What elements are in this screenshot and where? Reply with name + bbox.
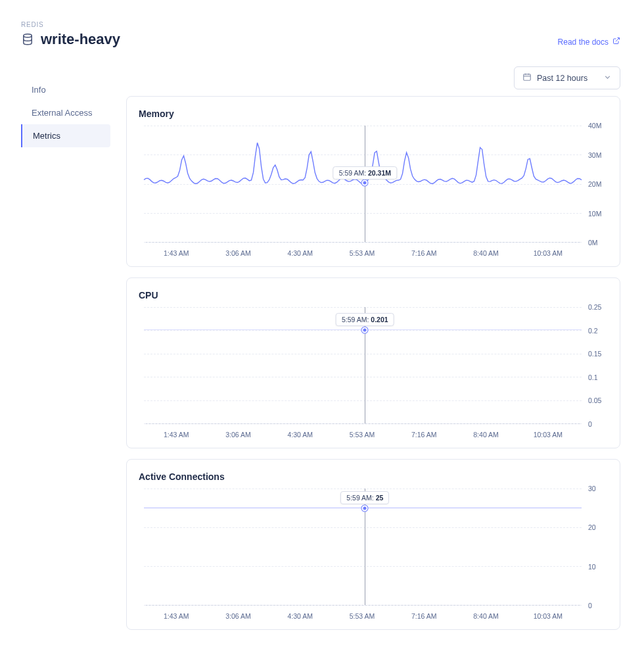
- x-tick-label: 8:40 AM: [455, 249, 517, 257]
- y-tick-label: 0: [588, 602, 592, 610]
- x-tick-label: 1:43 AM: [145, 431, 207, 439]
- y-tick-label: 0.1: [588, 373, 598, 381]
- chart-tooltip: 5:59 AM: 20.31M: [333, 166, 397, 179]
- chart-tooltip: 5:59 AM: 25: [340, 491, 389, 504]
- y-tick-label: 10: [588, 563, 596, 571]
- x-tick-label: 4:30 AM: [269, 431, 331, 439]
- chart-card-connections: Active Connections5:59 AM: 2501020301:43…: [126, 459, 620, 630]
- x-tick-label: 5:53 AM: [331, 249, 393, 257]
- y-tick-label: 0.15: [588, 350, 601, 358]
- x-tick-label: 10:03 AM: [517, 431, 579, 439]
- chart-title: Active Connections: [139, 471, 608, 482]
- x-tick-label: 5:53 AM: [331, 612, 393, 620]
- sidebar-item-external-access[interactable]: External Access: [21, 101, 110, 124]
- chart-title: Memory: [139, 108, 608, 119]
- y-tick-label: 0.2: [588, 327, 598, 335]
- y-tick-label: 0M: [588, 239, 598, 247]
- x-tick-label: 1:43 AM: [145, 249, 207, 257]
- time-range-select[interactable]: Past 12 hours: [514, 66, 620, 89]
- x-tick-label: 7:16 AM: [393, 612, 455, 620]
- x-tick-label: 4:30 AM: [269, 249, 331, 257]
- svg-line-1: [616, 38, 620, 42]
- x-tick-label: 10:03 AM: [517, 249, 579, 257]
- y-tick-label: 40M: [588, 122, 601, 130]
- breadcrumb[interactable]: REDIS: [21, 21, 120, 28]
- chart-marker: [362, 327, 368, 333]
- y-tick-label: 20M: [588, 180, 601, 188]
- svg-rect-2: [524, 74, 531, 80]
- chart-plot-area[interactable]: 5:59 AM: 25: [144, 489, 582, 606]
- page-title: write-heavy: [41, 31, 120, 48]
- svg-point-0: [24, 34, 32, 37]
- sidebar: Info External Access Metrics: [21, 78, 110, 640]
- chart-card-cpu: CPU5:59 AM: 0.20100.050.10.150.20.251:43…: [126, 277, 620, 448]
- chart-title: CPU: [139, 290, 608, 300]
- database-icon: [21, 33, 34, 46]
- x-tick-label: 3:06 AM: [207, 249, 269, 257]
- sidebar-item-info[interactable]: Info: [21, 78, 110, 101]
- x-tick-label: 7:16 AM: [393, 431, 455, 439]
- chart-marker: [362, 180, 368, 186]
- chart-tooltip: 5:59 AM: 0.201: [336, 313, 394, 326]
- y-tick-label: 0.05: [588, 396, 601, 404]
- x-tick-label: 10:03 AM: [517, 612, 579, 620]
- y-tick-label: 30M: [588, 151, 601, 159]
- x-tick-label: 3:06 AM: [207, 612, 269, 620]
- sidebar-item-metrics[interactable]: Metrics: [21, 124, 110, 147]
- x-tick-label: 4:30 AM: [269, 612, 331, 620]
- chart-plot-area[interactable]: 5:59 AM: 0.201: [144, 307, 582, 424]
- y-tick-label: 0.25: [588, 303, 601, 311]
- y-tick-label: 30: [588, 485, 596, 492]
- calendar-icon: [522, 72, 532, 84]
- y-tick-label: 0: [588, 420, 592, 428]
- chart-card-memory: Memory5:59 AM: 20.31M0M10M20M30M40M1:43 …: [126, 96, 620, 267]
- y-tick-label: 20: [588, 523, 596, 531]
- x-tick-label: 8:40 AM: [455, 612, 517, 620]
- x-tick-label: 8:40 AM: [455, 431, 517, 439]
- y-tick-label: 10M: [588, 210, 601, 218]
- x-tick-label: 3:06 AM: [207, 431, 269, 439]
- x-tick-label: 5:53 AM: [331, 431, 393, 439]
- x-tick-label: 7:16 AM: [393, 249, 455, 257]
- x-tick-label: 1:43 AM: [145, 612, 207, 620]
- chart-marker: [362, 505, 368, 511]
- chart-plot-area[interactable]: 5:59 AM: 20.31M: [144, 126, 582, 243]
- read-docs-link[interactable]: Read the docs: [558, 37, 620, 47]
- external-link-icon: [612, 37, 620, 47]
- chevron-down-icon: [603, 73, 612, 84]
